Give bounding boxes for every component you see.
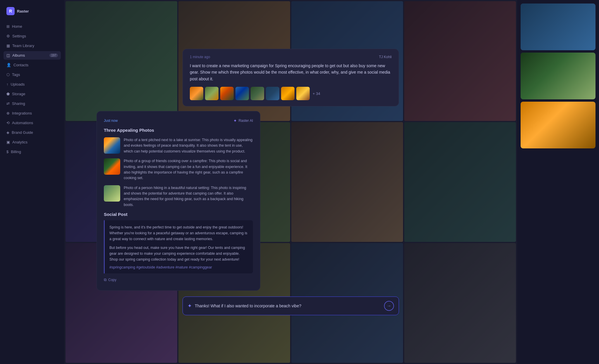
- thumb-1[interactable]: [190, 87, 203, 100]
- message-images: + 34: [190, 87, 392, 100]
- input-sparkle-icon: ✦: [187, 303, 192, 309]
- albums-badge: 197: [49, 53, 58, 57]
- storage-icon: ⬟: [6, 92, 10, 96]
- input-bar-wrapper: ✦ →: [183, 297, 399, 315]
- sidebar: R Raster ⊞ Home ⚙ Settings ▦ Team Librar…: [0, 0, 64, 364]
- message-more-count: + 34: [313, 91, 320, 96]
- send-icon: →: [387, 303, 391, 308]
- sidebar-item-label: Brand Guide: [12, 130, 33, 135]
- sidebar-item-label: Settings: [12, 34, 26, 38]
- sidebar-item-label: Contacts: [13, 63, 28, 67]
- message-time: 1 minute ago: [190, 55, 210, 59]
- sidebar-item-home[interactable]: ⊞ Home: [4, 22, 61, 31]
- right-photo-middle[interactable]: [521, 53, 595, 99]
- sidebar-item-tags[interactable]: ⬡ Tags: [4, 70, 61, 79]
- social-post-para2: But before you head out, make sure you h…: [109, 245, 248, 262]
- copy-button[interactable]: ⧉ Copy: [104, 276, 116, 283]
- ai-meta: Just now ✦ Raster AI: [104, 118, 253, 123]
- photo-rec-text-1: Photo of a tent pitched next to a lake a…: [124, 137, 253, 154]
- albums-icon: ◫: [6, 53, 10, 58]
- sidebar-item-label: Home: [12, 24, 22, 29]
- photo-thumb-campfire[interactable]: [104, 158, 120, 175]
- right-panel: [517, 0, 599, 364]
- uploads-icon: ↑: [6, 82, 8, 86]
- sidebar-item-team[interactable]: ▦ Team Library: [4, 41, 61, 50]
- contacts-icon: 👤: [6, 63, 11, 67]
- photo-thumb-tent[interactable]: [104, 137, 120, 154]
- sidebar-item-brand-guide[interactable]: ◈ Brand Guide: [4, 128, 61, 137]
- thumb-2[interactable]: [205, 87, 218, 100]
- ai-branding: ✦ Raster AI: [233, 118, 253, 123]
- sidebar-item-label: Uploads: [11, 82, 25, 86]
- sidebar-item-analytics[interactable]: ▣ Analytics: [4, 138, 61, 146]
- thumb-4[interactable]: [235, 87, 249, 100]
- sidebar-item-automations[interactable]: ⟲ Automations: [4, 119, 61, 127]
- social-post-title: Social Post: [104, 212, 253, 217]
- sidebar-item-label: Storage: [12, 92, 25, 96]
- photo-thumb-hiker[interactable]: [104, 185, 120, 202]
- sidebar-item-albums[interactable]: ◫ Albums 197: [4, 51, 61, 60]
- thumb-3[interactable]: [220, 87, 234, 100]
- chat-input[interactable]: [195, 304, 381, 308]
- thumb-6[interactable]: [266, 87, 279, 100]
- main-content: 1 minute ago TJ Kohli I want to create a…: [64, 0, 517, 364]
- sidebar-item-storage[interactable]: ⬟ Storage: [4, 90, 61, 98]
- chat-overlay: 1 minute ago TJ Kohli I want to create a…: [64, 0, 517, 364]
- sidebar-logo[interactable]: R Raster: [4, 5, 61, 18]
- sidebar-item-label: Sharing: [12, 101, 25, 106]
- ai-response-time: Just now: [104, 119, 118, 123]
- copy-icon: ⧉: [104, 278, 106, 282]
- sidebar-item-sharing[interactable]: ⇄ Sharing: [4, 99, 61, 108]
- user-message: 1 minute ago TJ Kohli I want to create a…: [183, 49, 399, 106]
- ai-brand-name: Raster AI: [239, 119, 253, 123]
- sidebar-item-label: Integrations: [12, 111, 32, 115]
- input-bar: ✦ →: [183, 297, 399, 315]
- team-icon: ▦: [6, 44, 10, 48]
- photo-rec-1: Photo of a tent pitched next to a lake a…: [104, 137, 253, 154]
- sidebar-item-label: Billing: [11, 150, 21, 154]
- sharing-icon: ⇄: [6, 101, 10, 106]
- send-button[interactable]: →: [384, 301, 394, 311]
- billing-icon: $: [6, 150, 8, 154]
- right-photo-bottom[interactable]: [521, 102, 595, 148]
- sidebar-item-label: Team Library: [12, 44, 34, 48]
- photos-section-title: Three Appealing Photos: [104, 128, 253, 133]
- right-photo-top[interactable]: [521, 4, 595, 50]
- sidebar-item-contacts[interactable]: 👤 Contacts: [4, 61, 61, 69]
- message-text: I want to create a new marketing campaig…: [190, 63, 392, 82]
- photo-rec-text-3: Photo of a person hiking in a beautiful …: [124, 185, 253, 208]
- thumb-7[interactable]: [281, 87, 295, 100]
- message-meta: 1 minute ago TJ Kohli: [190, 55, 392, 59]
- social-post-hashtags: #springcamping #getoutside #adventure #n…: [109, 265, 248, 269]
- ai-response: Just now ✦ Raster AI Three Appealing Pho…: [97, 111, 260, 291]
- automations-icon: ⟲: [6, 121, 10, 125]
- sparkle-icon: ✦: [233, 118, 237, 123]
- integrations-icon: ⊕: [6, 111, 10, 115]
- copy-label: Copy: [108, 278, 116, 282]
- message-author: TJ Kohli: [379, 55, 392, 59]
- sidebar-item-label: Analytics: [12, 140, 27, 144]
- photo-rec-text-2: Photo of a group of friends cooking over…: [124, 158, 253, 181]
- brand-guide-icon: ◈: [6, 130, 9, 135]
- photo-rec-3: Photo of a person hiking in a beautiful …: [104, 185, 253, 208]
- thumb-8[interactable]: [296, 87, 310, 100]
- logo-text: Raster: [17, 9, 29, 13]
- photo-rec-2: Photo of a group of friends cooking over…: [104, 158, 253, 181]
- social-post-box: Spring is here, and it's the perfect tim…: [104, 220, 253, 273]
- logo-icon: R: [6, 7, 15, 15]
- sidebar-item-label: Tags: [12, 72, 20, 77]
- social-post-para1: Spring is here, and it's the perfect tim…: [109, 224, 248, 242]
- home-icon: ⊞: [6, 24, 10, 29]
- tags-icon: ⬡: [6, 72, 10, 77]
- sidebar-item-uploads[interactable]: ↑ Uploads: [4, 80, 61, 89]
- sidebar-item-integrations[interactable]: ⊕ Integrations: [4, 109, 61, 117]
- sidebar-item-label: Automations: [12, 121, 33, 125]
- thumb-5[interactable]: [251, 87, 264, 100]
- sidebar-item-settings[interactable]: ⚙ Settings: [4, 32, 61, 40]
- sidebar-item-billing[interactable]: $ Billing: [4, 148, 61, 156]
- analytics-icon: ▣: [6, 140, 10, 144]
- sidebar-item-label: Albums: [12, 53, 25, 58]
- settings-icon: ⚙: [6, 34, 10, 38]
